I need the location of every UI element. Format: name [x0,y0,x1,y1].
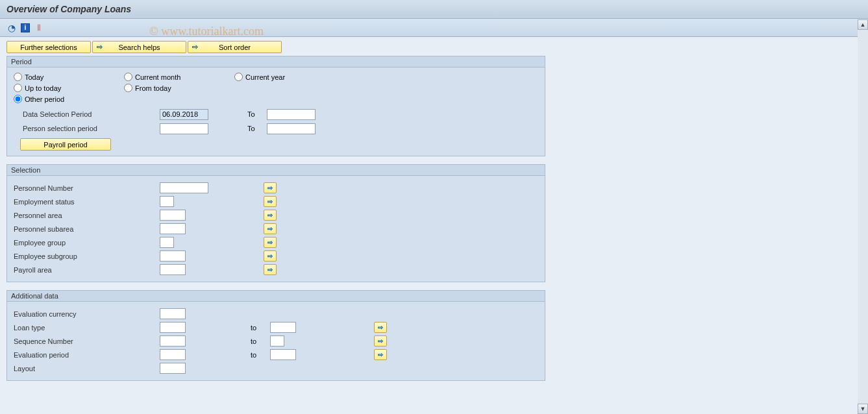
selection-field-input[interactable] [160,196,174,207]
seq-number-multiple-button[interactable]: ⇨ [374,335,387,347]
additional-data-group-title: Additional data [7,291,545,302]
selection-field-input[interactable] [160,210,186,221]
multiple-selection-button[interactable]: ⇨ [264,210,277,221]
selection-groupbox: Selection Personnel Number⇨Employment st… [6,164,545,282]
selection-row: Employment status⇨ [14,195,538,208]
seq-number-to-input[interactable] [270,335,284,347]
selection-row: Payroll area⇨ [14,263,538,276]
selection-field-label: Payroll area [14,266,160,274]
person-selection-from-input[interactable] [160,123,208,134]
data-selection-to-label: To [247,110,267,118]
data-selection-to-input[interactable] [267,109,316,120]
radio-today-label: Today [25,73,43,81]
selection-field-input[interactable] [160,237,174,248]
further-selections-button[interactable]: Further selections [6,41,91,53]
multiple-selection-button[interactable]: ⇨ [264,223,277,234]
radio-current-year-label: Current year [245,73,285,81]
seq-number-label: Sequence Number [14,337,160,345]
radio-from-today-label: From today [135,84,171,92]
selection-field-input[interactable] [160,223,186,234]
multiple-selection-button[interactable]: ⇨ [264,182,277,193]
search-helps-button[interactable]: ⇨ Search helps [92,41,186,53]
selection-field-label: Employee group [14,239,160,247]
selection-field-label: Employee subgroup [14,252,160,260]
selection-row: Employee subgroup⇨ [14,249,538,263]
eval-period-label: Evaluation period [14,351,160,359]
additional-data-groupbox: Additional data Evaluation currency Loan… [6,290,545,381]
selection-field-input[interactable] [160,250,186,262]
selection-row: Employee group⇨ [14,236,538,249]
multiple-selection-button[interactable]: ⇨ [264,250,277,262]
selection-row: Personnel area⇨ [14,208,538,222]
variant-icon[interactable]: ⦀ [34,23,44,33]
seq-number-to-label: to [251,337,270,345]
selection-group-title: Selection [7,165,545,176]
selection-row: Personnel subarea⇨ [14,222,538,236]
person-selection-period-label: Person selection period [14,125,160,132]
radio-current-month-input[interactable] [124,73,132,81]
arrow-right-icon: ⇨ [190,43,200,51]
loan-type-to-label: to [251,324,270,332]
radio-today[interactable]: Today [14,73,124,81]
eval-currency-input[interactable] [160,308,186,319]
eval-currency-label: Evaluation currency [14,310,160,318]
toolbar: ◔ i ⦀ [0,19,868,37]
scroll-up-button[interactable]: ▲ [858,19,868,30]
eval-period-to-input[interactable] [270,349,296,360]
selection-field-label: Personnel area [14,212,160,219]
loan-type-label: Loan type [14,324,160,332]
layout-input[interactable] [160,363,186,374]
period-groupbox: Period Today Current month Current year … [6,56,545,156]
person-selection-to-input[interactable] [267,123,316,134]
radio-current-month-label: Current month [135,73,180,81]
multiple-selection-button[interactable]: ⇨ [264,196,277,207]
search-helps-label: Search helps [118,43,160,51]
radio-other-period[interactable]: Other period [14,95,124,103]
content-area: Period Today Current month Current year … [0,56,868,414]
radio-up-to-today-label: Up to today [25,84,61,92]
selection-field-label: Personnel Number [14,184,160,192]
sort-order-label: Sort order [219,43,251,51]
selection-field-label: Employment status [14,198,160,206]
radio-up-to-today-input[interactable] [14,84,22,92]
info-icon[interactable]: i [21,23,30,32]
radio-up-to-today[interactable]: Up to today [14,84,124,92]
multiple-selection-button[interactable]: ⇨ [264,264,277,275]
page-title: Overview of Company Loans [0,0,868,19]
radio-other-period-label: Other period [25,95,64,103]
selection-field-input[interactable] [160,264,186,275]
radio-current-year-input[interactable] [234,73,243,81]
execute-icon[interactable]: ◔ [6,23,17,33]
payroll-period-button[interactable]: Payroll period [20,138,111,151]
scroll-down-button[interactable]: ▼ [858,404,868,414]
loan-type-multiple-button[interactable]: ⇨ [374,322,387,333]
selection-field-input[interactable] [160,182,208,193]
radio-today-input[interactable] [14,73,22,81]
loan-type-to-input[interactable] [270,322,296,333]
eval-period-from-input[interactable] [160,349,186,360]
eval-period-to-label: to [251,351,270,359]
sort-order-button[interactable]: ⇨ Sort order [188,41,282,53]
data-selection-period-label: Data Selection Period [14,110,160,118]
radio-other-period-input[interactable] [14,95,22,103]
radio-current-year[interactable]: Current year [234,73,345,81]
radio-from-today-input[interactable] [124,84,132,92]
eval-period-multiple-button[interactable]: ⇨ [374,349,387,360]
period-group-title: Period [7,56,545,67]
loan-type-from-input[interactable] [160,322,186,333]
selection-field-label: Personnel subarea [14,225,160,233]
seq-number-from-input[interactable] [160,335,186,347]
radio-from-today[interactable]: From today [124,84,234,92]
layout-label: Layout [14,365,160,372]
selection-buttons-row: Further selections ⇨ Search helps ⇨ Sort… [0,37,868,56]
person-selection-to-label: To [247,125,267,132]
selection-row: Personnel Number⇨ [14,181,538,195]
arrow-right-icon: ⇨ [94,43,105,51]
radio-current-month[interactable]: Current month [124,73,234,81]
vertical-scrollbar[interactable]: ▲ ▼ [858,19,868,414]
data-selection-from-input[interactable] [160,109,208,120]
multiple-selection-button[interactable]: ⇨ [264,237,277,248]
